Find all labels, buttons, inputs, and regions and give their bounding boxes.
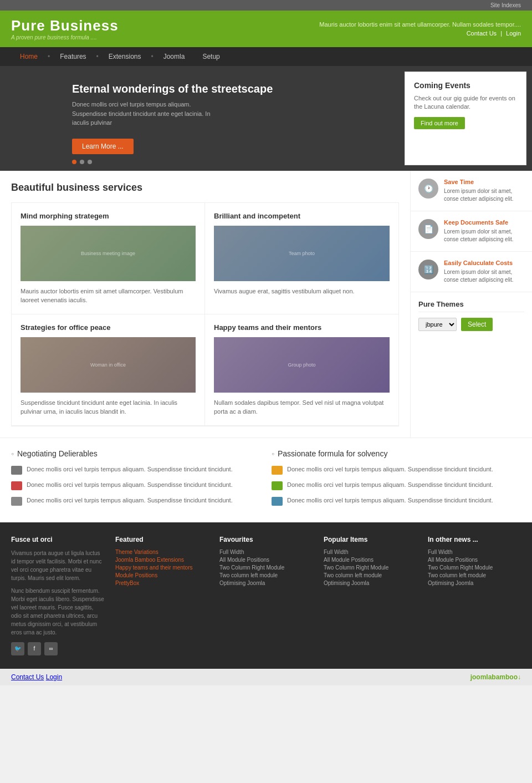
bottom-two-col: Negotiating Delierables Donec mollis orc… bbox=[0, 438, 532, 522]
star-icon bbox=[272, 466, 283, 475]
hero-content: Eternal wonderings of the streetscape Do… bbox=[0, 66, 399, 171]
bottom-col-1: Negotiating Delierables Donec mollis orc… bbox=[11, 449, 260, 511]
sidebar-feature-3-text: Lorem ipsum dolor sit amet, conse ctetue… bbox=[444, 268, 524, 284]
nav-setup[interactable]: Setup bbox=[193, 47, 228, 66]
footer-featured-link-2[interactable]: Joomla Bamboo Extensions bbox=[115, 557, 208, 563]
footer-col-5-title: In other news ... bbox=[428, 536, 521, 543]
service-3-title: Strategies for office peace bbox=[21, 323, 196, 332]
footer: Fusce ut orci Vivamus porta augue ut lig… bbox=[0, 522, 532, 669]
truck-icon bbox=[11, 466, 22, 475]
footer-favourites-link-5[interactable]: Optimising Joomla bbox=[219, 580, 313, 586]
coming-events-title: Coming Events bbox=[414, 81, 517, 90]
find-out-more-button[interactable]: Find out more bbox=[414, 117, 465, 129]
header-nav-links: Contact Us | Login bbox=[319, 30, 521, 37]
bottom-item-1-1-text: Donec mollis orci vel turpis tempus aliq… bbox=[27, 465, 233, 474]
footer-favourites-link-1[interactable]: Full Width bbox=[219, 549, 313, 555]
footer-popular-link-4[interactable]: Two column left module bbox=[324, 572, 417, 578]
footer-favourites-link-2[interactable]: All Module Positions bbox=[219, 557, 313, 563]
bottom-col-1-title: Negotiating Delierables bbox=[11, 449, 260, 458]
bottom-item-1-3-text: Donec mollis orci vel turpis tempus aliq… bbox=[27, 496, 233, 505]
bottom-item-2-3-text: Donec mollis orci vel turpis tempus aliq… bbox=[287, 496, 493, 505]
service-4-image: Group photo bbox=[214, 337, 390, 393]
coming-events-box: Coming Events Check out our gig guide fo… bbox=[405, 72, 526, 165]
sidebar: 🕐 Save Time Lorem ipsum dolor sit amet, … bbox=[410, 171, 532, 438]
service-item-4: Happy teams and their mentors Group phot… bbox=[205, 314, 398, 426]
top-bar: Site Indexes bbox=[0, 0, 532, 11]
cloud-icon bbox=[272, 481, 283, 490]
nav-joomla[interactable]: Joomla bbox=[155, 47, 194, 66]
services-section-title: Beautiful business services bbox=[11, 182, 399, 194]
service-3-text: Suspendisse tincidunt tincidunt ante ege… bbox=[21, 398, 196, 416]
service-2-text: Vivamus augue erat, sagittis vestibulum … bbox=[214, 287, 390, 296]
sidebar-feature-3: 🔢 Easily Caluculate Costs Lorem ipsum do… bbox=[411, 252, 532, 292]
nav-extensions[interactable]: Extensions bbox=[100, 47, 150, 66]
contact-us-link[interactable]: Contact Us bbox=[467, 30, 497, 37]
facebook-icon[interactable]: f bbox=[28, 642, 41, 655]
sidebar-feature-2-text: Lorem ipsum dolor sit amet, conse ctetue… bbox=[444, 228, 524, 243]
bottom-login-link[interactable]: Login bbox=[46, 673, 62, 681]
pure-themes-title: Pure Themes bbox=[418, 300, 524, 312]
bottom-item-2-2: Donec mollis orci vel turpis tempus aliq… bbox=[272, 480, 521, 490]
footer-popular-link-5[interactable]: Optimising Joomla bbox=[324, 580, 417, 586]
bottom-brand: joomlabamboo↓ bbox=[470, 673, 521, 681]
select-button[interactable]: Select bbox=[461, 318, 493, 331]
theme-dropdown[interactable]: jbpure bbox=[418, 318, 457, 331]
footer-favourites-link-4[interactable]: Two column left module bbox=[219, 572, 313, 578]
footer-news-link-2[interactable]: All Module Positions bbox=[428, 557, 521, 563]
site-indexes-link[interactable]: Site Indexes bbox=[490, 2, 521, 8]
bottom-item-2-2-text: Donec mollis orci vel turpis tempus aliq… bbox=[287, 480, 493, 490]
hero-dot-3[interactable] bbox=[88, 160, 92, 164]
footer-news-link-4[interactable]: Two column left module bbox=[428, 572, 521, 578]
bottom-col-2: Passionate formula for solvency Donec mo… bbox=[272, 449, 521, 511]
sidebar-feature-3-title: Easily Caluculate Costs bbox=[444, 260, 524, 266]
sidebar-feature-2-title: Keep Documents Safe bbox=[444, 219, 524, 226]
hero-dots bbox=[72, 160, 92, 164]
login-link[interactable]: Login bbox=[506, 30, 521, 37]
learn-more-button[interactable]: Learn More ... bbox=[72, 139, 134, 154]
footer-col-1-title: Fusce ut orci bbox=[11, 536, 104, 543]
logo-subtitle: A proven pure business formula .... bbox=[11, 34, 119, 40]
bottom-item-1-1: Donec mollis orci vel turpis tempus aliq… bbox=[11, 465, 260, 475]
footer-col-5: In other news ... Full Width All Module … bbox=[428, 536, 521, 655]
pure-themes-section: Pure Themes jbpure Select bbox=[411, 292, 532, 339]
service-1-text: Mauris auctor lobortis enim sit amet ull… bbox=[21, 287, 196, 305]
document-icon: 📄 bbox=[418, 219, 438, 239]
nav-dot-2: • bbox=[95, 47, 100, 66]
bottom-contact-link[interactable]: Contact Us bbox=[11, 673, 44, 681]
hero-section: Eternal wonderings of the streetscape Do… bbox=[0, 66, 532, 171]
footer-featured-link-1[interactable]: Theme Variations bbox=[115, 549, 208, 555]
bottom-col-2-title: Passionate formula for solvency bbox=[272, 449, 521, 458]
bottom-item-1-3: Donec mollis orci vel turpis tempus aliq… bbox=[11, 496, 260, 506]
footer-col-3-title: Favourites bbox=[219, 536, 313, 543]
footer-news-link-3[interactable]: Two Column Right Module bbox=[428, 565, 521, 571]
footer-popular-link-3[interactable]: Two Column Right Module bbox=[324, 565, 417, 571]
nav-home[interactable]: Home bbox=[11, 47, 47, 66]
bottom-item-2-3: Donec mollis orci vel turpis tempus aliq… bbox=[272, 496, 521, 506]
twitter-icon[interactable]: 🐦 bbox=[11, 642, 24, 655]
footer-favourites-link-3[interactable]: Two Column Right Module bbox=[219, 565, 313, 571]
footer-news-link-1[interactable]: Full Width bbox=[428, 549, 521, 555]
logo-area: Pure Business A proven pure business for… bbox=[11, 17, 119, 40]
chat-icon bbox=[272, 497, 283, 506]
footer-popular-link-1[interactable]: Full Width bbox=[324, 549, 417, 555]
service-item-3: Strategies for office peace Woman in off… bbox=[12, 314, 205, 426]
hero-title: Eternal wonderings of the streetscape bbox=[72, 83, 388, 95]
footer-featured-link-5[interactable]: PrettyBox bbox=[115, 580, 208, 586]
sidebar-feature-1-content: Save Time Lorem ipsum dolor sit amet, co… bbox=[444, 179, 524, 203]
services-grid: Mind morphing strategem Business meeting… bbox=[11, 202, 399, 426]
calculator-icon: 🔢 bbox=[418, 260, 438, 279]
tag-icon bbox=[11, 497, 22, 506]
footer-featured-link-4[interactable]: Module Positions bbox=[115, 572, 208, 578]
footer-popular-link-2[interactable]: All Module Positions bbox=[324, 557, 417, 563]
nav-features[interactable]: Features bbox=[51, 47, 95, 66]
service-3-image: Woman in office bbox=[21, 337, 196, 393]
hero-dot-1[interactable] bbox=[72, 160, 76, 164]
bottom-item-2-1-text: Donec mollis orci vel turpis tempus aliq… bbox=[287, 465, 493, 474]
flickr-icon[interactable]: ∞ bbox=[44, 642, 58, 655]
footer-col-1-p1: Vivamus porta augue ut ligula luctus id … bbox=[11, 549, 104, 582]
hero-dot-2[interactable] bbox=[80, 160, 84, 164]
footer-featured-link-3[interactable]: Happy teams and their mentors bbox=[115, 565, 208, 571]
hero-text: Donec mollis orci vel turpis tempus aliq… bbox=[72, 100, 227, 128]
footer-news-link-5[interactable]: Optimising Joomla bbox=[428, 580, 521, 586]
content-area: Beautiful business services Mind morphin… bbox=[0, 171, 410, 438]
